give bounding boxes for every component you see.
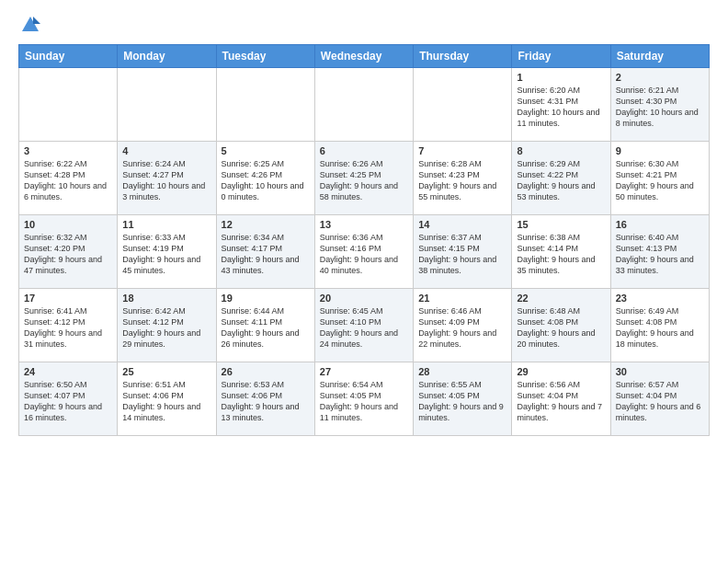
day-number: 5 [222, 145, 310, 156]
day-number: 12 [222, 219, 310, 230]
calendar-cell: 2Sunrise: 6:21 AM Sunset: 4:30 PM Daylig… [610, 68, 709, 142]
day-info: Sunrise: 6:33 AM Sunset: 4:19 PM Dayligh… [122, 232, 210, 277]
day-info: Sunrise: 6:24 AM Sunset: 4:27 PM Dayligh… [122, 158, 210, 203]
calendar-cell [19, 68, 118, 142]
calendar-cell: 17Sunrise: 6:41 AM Sunset: 4:12 PM Dayli… [19, 289, 118, 362]
calendar-cell: 4Sunrise: 6:24 AM Sunset: 4:27 PM Daylig… [118, 142, 216, 215]
calendar-cell: 3Sunrise: 6:22 AM Sunset: 4:28 PM Daylig… [19, 142, 118, 215]
day-info: Sunrise: 6:26 AM Sunset: 4:25 PM Dayligh… [320, 158, 408, 203]
svg-marker-1 [33, 17, 40, 24]
day-info: Sunrise: 6:20 AM Sunset: 4:31 PM Dayligh… [517, 85, 605, 130]
day-number: 11 [122, 219, 210, 230]
calendar-cell: 20Sunrise: 6:45 AM Sunset: 4:10 PM Dayli… [314, 289, 413, 362]
calendar-cell: 27Sunrise: 6:54 AM Sunset: 4:05 PM Dayli… [314, 362, 413, 436]
calendar-cell: 13Sunrise: 6:36 AM Sunset: 4:16 PM Dayli… [314, 215, 413, 289]
day-number: 25 [122, 366, 210, 377]
calendar-cell: 19Sunrise: 6:44 AM Sunset: 4:11 PM Dayli… [216, 289, 314, 362]
calendar-header-thursday: Thursday [414, 45, 512, 68]
page: SundayMondayTuesdayWednesdayThursdayFrid… [0, 0, 728, 563]
calendar-week-2: 3Sunrise: 6:22 AM Sunset: 4:28 PM Daylig… [19, 142, 710, 215]
calendar-week-3: 10Sunrise: 6:32 AM Sunset: 4:20 PM Dayli… [19, 215, 710, 289]
calendar-cell: 16Sunrise: 6:40 AM Sunset: 4:13 PM Dayli… [610, 215, 709, 289]
day-info: Sunrise: 6:40 AM Sunset: 4:13 PM Dayligh… [616, 232, 704, 277]
calendar-week-1: 1Sunrise: 6:20 AM Sunset: 4:31 PM Daylig… [19, 68, 710, 142]
calendar-cell: 1Sunrise: 6:20 AM Sunset: 4:31 PM Daylig… [512, 68, 610, 142]
day-number: 13 [320, 219, 408, 230]
day-info: Sunrise: 6:34 AM Sunset: 4:17 PM Dayligh… [222, 232, 310, 277]
calendar-cell: 30Sunrise: 6:57 AM Sunset: 4:04 PM Dayli… [610, 362, 709, 436]
day-number: 8 [517, 145, 605, 156]
day-info: Sunrise: 6:42 AM Sunset: 4:12 PM Dayligh… [122, 305, 210, 350]
day-info: Sunrise: 6:53 AM Sunset: 4:06 PM Dayligh… [222, 379, 310, 424]
day-info: Sunrise: 6:50 AM Sunset: 4:07 PM Dayligh… [24, 379, 112, 424]
calendar-cell: 28Sunrise: 6:55 AM Sunset: 4:05 PM Dayli… [414, 362, 512, 436]
day-info: Sunrise: 6:48 AM Sunset: 4:08 PM Dayligh… [517, 305, 605, 350]
calendar-cell: 26Sunrise: 6:53 AM Sunset: 4:06 PM Dayli… [216, 362, 314, 436]
calendar-cell: 14Sunrise: 6:37 AM Sunset: 4:15 PM Dayli… [414, 215, 512, 289]
day-number: 27 [320, 366, 408, 377]
day-number: 18 [122, 293, 210, 304]
calendar-cell [118, 68, 216, 142]
calendar-cell: 25Sunrise: 6:51 AM Sunset: 4:06 PM Dayli… [118, 362, 216, 436]
calendar: SundayMondayTuesdayWednesdayThursdayFrid… [18, 44, 710, 436]
day-info: Sunrise: 6:57 AM Sunset: 4:04 PM Dayligh… [616, 379, 704, 424]
calendar-body: 1Sunrise: 6:20 AM Sunset: 4:31 PM Daylig… [19, 68, 710, 436]
calendar-cell: 12Sunrise: 6:34 AM Sunset: 4:17 PM Dayli… [216, 215, 314, 289]
day-number: 6 [320, 145, 408, 156]
day-number: 19 [222, 293, 310, 304]
day-number: 24 [24, 366, 112, 377]
day-number: 22 [517, 293, 605, 304]
day-info: Sunrise: 6:49 AM Sunset: 4:08 PM Dayligh… [616, 305, 704, 350]
calendar-week-5: 24Sunrise: 6:50 AM Sunset: 4:07 PM Dayli… [19, 362, 710, 436]
day-info: Sunrise: 6:29 AM Sunset: 4:22 PM Dayligh… [517, 158, 605, 203]
calendar-cell: 21Sunrise: 6:46 AM Sunset: 4:09 PM Dayli… [414, 289, 512, 362]
day-info: Sunrise: 6:32 AM Sunset: 4:20 PM Dayligh… [24, 232, 112, 277]
calendar-cell: 24Sunrise: 6:50 AM Sunset: 4:07 PM Dayli… [19, 362, 118, 436]
day-info: Sunrise: 6:25 AM Sunset: 4:26 PM Dayligh… [222, 158, 310, 203]
calendar-header-friday: Friday [512, 45, 610, 68]
day-info: Sunrise: 6:38 AM Sunset: 4:14 PM Dayligh… [517, 232, 605, 277]
day-number: 16 [616, 219, 704, 230]
day-number: 30 [616, 366, 704, 377]
calendar-cell: 11Sunrise: 6:33 AM Sunset: 4:19 PM Dayli… [118, 215, 216, 289]
day-number: 1 [517, 72, 605, 83]
day-info: Sunrise: 6:28 AM Sunset: 4:23 PM Dayligh… [418, 158, 506, 203]
day-number: 10 [24, 219, 112, 230]
day-info: Sunrise: 6:56 AM Sunset: 4:04 PM Dayligh… [517, 379, 605, 424]
day-info: Sunrise: 6:30 AM Sunset: 4:21 PM Dayligh… [616, 158, 704, 203]
calendar-week-4: 17Sunrise: 6:41 AM Sunset: 4:12 PM Dayli… [19, 289, 710, 362]
calendar-cell: 6Sunrise: 6:26 AM Sunset: 4:25 PM Daylig… [314, 142, 413, 215]
day-info: Sunrise: 6:36 AM Sunset: 4:16 PM Dayligh… [320, 232, 408, 277]
day-number: 23 [616, 293, 704, 304]
day-number: 3 [24, 145, 112, 156]
day-number: 2 [616, 72, 704, 83]
calendar-cell: 10Sunrise: 6:32 AM Sunset: 4:20 PM Dayli… [19, 215, 118, 289]
day-info: Sunrise: 6:45 AM Sunset: 4:10 PM Dayligh… [320, 305, 408, 350]
day-number: 14 [418, 219, 506, 230]
calendar-cell: 18Sunrise: 6:42 AM Sunset: 4:12 PM Dayli… [118, 289, 216, 362]
header [18, 15, 710, 35]
day-info: Sunrise: 6:54 AM Sunset: 4:05 PM Dayligh… [320, 379, 408, 424]
calendar-header-sunday: Sunday [19, 45, 118, 68]
calendar-cell: 29Sunrise: 6:56 AM Sunset: 4:04 PM Dayli… [512, 362, 610, 436]
day-info: Sunrise: 6:55 AM Sunset: 4:05 PM Dayligh… [418, 379, 506, 424]
calendar-header-monday: Monday [118, 45, 216, 68]
day-number: 28 [418, 366, 506, 377]
logo-icon [20, 15, 40, 35]
calendar-cell: 7Sunrise: 6:28 AM Sunset: 4:23 PM Daylig… [414, 142, 512, 215]
calendar-header-tuesday: Tuesday [216, 45, 314, 68]
calendar-cell: 5Sunrise: 6:25 AM Sunset: 4:26 PM Daylig… [216, 142, 314, 215]
calendar-header-row: SundayMondayTuesdayWednesdayThursdayFrid… [19, 45, 710, 68]
day-info: Sunrise: 6:37 AM Sunset: 4:15 PM Dayligh… [418, 232, 506, 277]
day-number: 20 [320, 293, 408, 304]
day-info: Sunrise: 6:44 AM Sunset: 4:11 PM Dayligh… [222, 305, 310, 350]
calendar-header-wednesday: Wednesday [314, 45, 413, 68]
calendar-cell: 22Sunrise: 6:48 AM Sunset: 4:08 PM Dayli… [512, 289, 610, 362]
day-number: 17 [24, 293, 112, 304]
calendar-cell: 23Sunrise: 6:49 AM Sunset: 4:08 PM Dayli… [610, 289, 709, 362]
day-info: Sunrise: 6:51 AM Sunset: 4:06 PM Dayligh… [122, 379, 210, 424]
day-number: 21 [418, 293, 506, 304]
day-info: Sunrise: 6:21 AM Sunset: 4:30 PM Dayligh… [616, 85, 704, 130]
day-number: 15 [517, 219, 605, 230]
calendar-cell: 9Sunrise: 6:30 AM Sunset: 4:21 PM Daylig… [610, 142, 709, 215]
